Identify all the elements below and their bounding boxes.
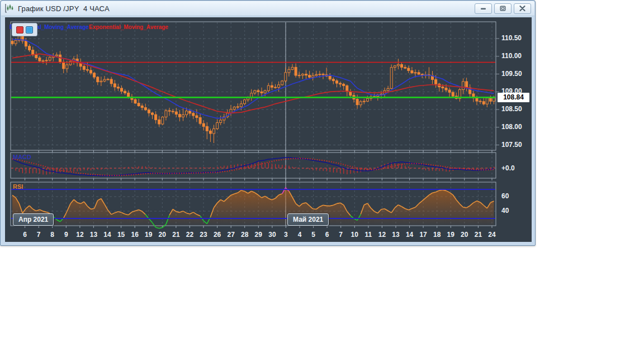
price-tick-label: 110.50 [501,34,531,42]
x-axis-day-label: 6 [18,231,32,239]
x-axis-day-label: 19 [141,231,156,239]
x-axis-day-label: 26 [210,231,225,239]
x-axis-day-label: 22 [182,231,197,239]
x-axis-day-label: 9 [59,231,73,239]
price-tick-label: 109.50 [501,70,531,78]
x-axis-day-label: 29 [251,231,266,239]
x-axis-day-label: 7 [31,231,46,239]
indicator-toggle-panel [12,23,37,36]
x-axis-day-label: 30 [265,231,280,239]
window-controls [475,3,531,14]
x-axis-day-label: 28 [238,231,252,239]
ma-slow-legend-label: Exponential_Moving_Average [89,24,168,30]
price-tick-label: 110.00 [501,52,531,60]
x-axis-day-label: 16 [127,231,142,239]
x-axis-day-label: 8 [45,231,60,239]
red-indicator-toggle-button[interactable] [16,26,23,34]
blue-indicator-toggle-button[interactable] [26,26,33,34]
close-icon [519,6,525,11]
x-axis-day-label: 12 [375,231,389,239]
x-axis-day-label: 13 [389,231,403,239]
x-axis-day-label: 14 [402,231,417,239]
x-axis-day-label: 24 [485,231,499,239]
close-button[interactable] [514,3,531,14]
price-tick-label: 108.50 [501,105,531,113]
x-axis-day-label: 27 [224,231,238,239]
x-axis-day-label: 4 [292,231,307,239]
price-tick-label: 107.50 [501,141,531,149]
x-axis-day-label: 14 [100,231,115,239]
chart-content-area: Exponential_Moving_Average Exponential_M… [5,17,532,242]
restore-icon [500,6,506,11]
macd-zero-tick: +0.0 [501,164,515,172]
x-axis-day-label: 12 [73,231,87,239]
candlestick-chart-icon [4,3,15,13]
x-axis-day-label: 3 [278,231,293,239]
rsi-label: RSI [13,183,23,190]
x-axis-day-label: 7 [334,231,348,239]
rsi-tick-label: 60 [501,192,509,200]
x-axis-day-label: 20 [457,231,472,239]
x-axis-day-label: 21 [471,231,485,239]
x-axis-day-label: 5 [306,231,321,239]
x-axis-day-label: 19 [443,231,458,239]
month-label-may: Май 2021 [287,213,329,226]
rsi-tick-label: 40 [501,207,509,215]
x-axis-day-label: 18 [430,231,444,239]
price-chart-canvas[interactable] [5,17,532,242]
minimize-icon [480,6,486,11]
x-axis-day-label: 13 [86,231,101,239]
current-price-tag: 108.84 [498,93,529,102]
x-axis-day-label: 6 [320,231,334,239]
chart-window: График USD /JPY 4 ЧАСА Exponential_Movin… [0,0,536,246]
window-title: График USD /JPY 4 ЧАСА [18,4,110,13]
x-axis-day-label: 17 [416,231,430,239]
x-axis-day-label: 20 [155,231,169,239]
month-label-april: Апр 2021 [13,213,54,226]
x-axis-day-label: 21 [169,231,183,239]
x-axis-day-label: 23 [196,231,211,239]
title-bar[interactable]: График USD /JPY 4 ЧАСА [1,1,534,16]
restore-button[interactable] [494,3,512,14]
x-axis-day-label: 11 [361,231,376,239]
x-axis-day-label: 15 [114,231,129,239]
price-tick-label: 108.00 [501,123,531,131]
macd-label: MACD [13,154,31,160]
x-axis-day-label: 10 [347,231,362,239]
minimize-button[interactable] [475,3,492,14]
